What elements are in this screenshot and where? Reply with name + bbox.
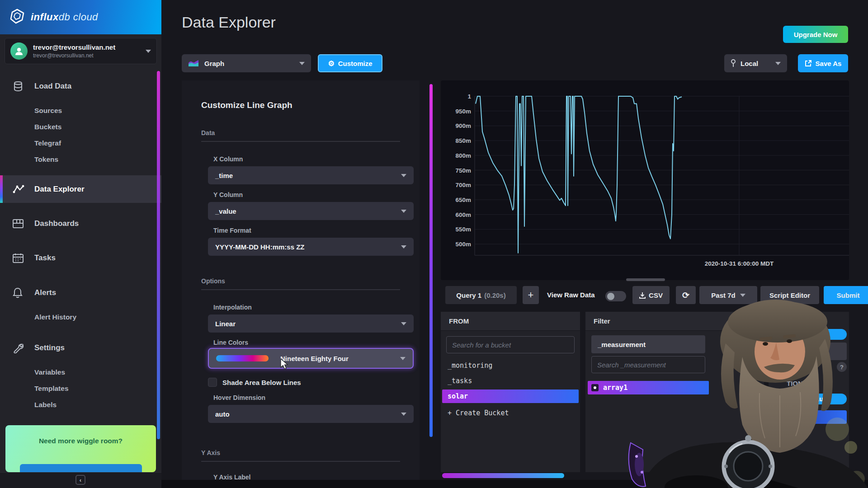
hover-dimension-dropdown[interactable]: auto [208, 405, 414, 423]
y-column-dropdown[interactable]: _value [208, 202, 414, 220]
sidebar-item-alert-history[interactable]: Alert History [0, 309, 161, 325]
svg-text:900m: 900m [455, 122, 471, 129]
help-icon[interactable]: ? [837, 362, 847, 372]
bell-icon [13, 287, 24, 298]
graph-visualization: 1950m900m850m800m750m700m650m600m550m500… [441, 80, 849, 280]
customize-line-graph-panel: Customize Line Graph Data X Column _time… [182, 80, 420, 488]
time-range-dropdown[interactable]: Past 7d [699, 286, 757, 304]
sidebar-item-label: Telegraf [34, 139, 61, 147]
svg-text:750m: 750m [455, 167, 471, 174]
time-format-dropdown[interactable]: YYYY-MM-DD HH:mm:ss ZZ [208, 238, 414, 256]
svg-text:650m: 650m [455, 197, 471, 203]
sidebar-item-settings[interactable]: Settings [0, 336, 161, 360]
grid-icon [13, 219, 24, 228]
add-query-button[interactable]: + [523, 286, 539, 304]
timezone-dropdown[interactable]: Local [724, 54, 787, 72]
view-raw-data-toggle[interactable] [605, 291, 626, 301]
chevron-down-icon [401, 210, 406, 213]
sidebar-item-dashboards[interactable]: Dashboards [0, 211, 161, 236]
avatar [10, 42, 28, 60]
influxdb-cube-icon [9, 8, 25, 26]
sidebar-item-label: Tasks [34, 253, 56, 263]
selected-measurement-row[interactable]: array1 [588, 381, 709, 394]
sidebar-item-templates[interactable]: Templates [0, 380, 161, 397]
account-dropdown[interactable]: trevor@trevorsullivan.net trevor@trevors… [5, 38, 157, 64]
sidebar-item-load-data[interactable]: Load Data [0, 74, 161, 99]
aggregate-auto-toggle[interactable]: Auto [797, 394, 847, 404]
y-axis-section-label: Y Axis [201, 449, 400, 462]
gear-icon: ⚙ [328, 59, 334, 68]
bucket-search-input[interactable] [446, 336, 575, 353]
interpolation-label: Interpolation [213, 304, 252, 311]
svg-text:950m: 950m [455, 108, 471, 115]
chevron-down-icon [401, 174, 406, 177]
data-section-label: Data [201, 129, 400, 142]
from-panel-scrollbar[interactable] [442, 473, 564, 478]
logo-banner[interactable]: influxdb cloud [0, 0, 161, 34]
sidebar-item-label: Sources [34, 107, 62, 115]
sidebar-item-label: Data Explorer [34, 185, 85, 194]
options-section-label: Options [201, 277, 400, 290]
account-name: trevor@trevorsullivan.net [33, 43, 146, 51]
pulse-icon [13, 184, 24, 194]
database-icon [13, 81, 24, 92]
submit-button[interactable]: Submit [824, 286, 868, 304]
sidebar-item-alerts[interactable]: Alerts [0, 281, 161, 305]
query-tab[interactable]: Query 1 (0.20s) [445, 286, 517, 304]
sidebar-scrollbar[interactable] [157, 71, 160, 439]
save-as-button[interactable]: Save As [798, 54, 848, 72]
sidebar-item-label: Variables [34, 368, 65, 376]
sidebar-item-buckets[interactable]: Buckets [0, 119, 161, 135]
create-bucket-button[interactable]: + Create Bucket [448, 409, 509, 417]
bucket-item-solar[interactable]: solar [442, 389, 579, 403]
aggregate-function-button[interactable] [811, 410, 847, 424]
window-auto-toggle[interactable]: Auto [797, 329, 847, 340]
svg-text:550m: 550m [455, 226, 471, 233]
upgrade-now-button[interactable]: Upgrade Now [783, 26, 848, 43]
visualization-type-dropdown[interactable]: Graph [182, 54, 311, 72]
shade-area-row: Shade Area Below Lines [208, 378, 301, 387]
interpolation-dropdown[interactable]: Linear [208, 314, 414, 333]
sidebar-nav: Load DataSourcesBucketsTelegrafTokensDat… [0, 74, 161, 413]
customize-button[interactable]: ⚙ Customize [318, 54, 382, 72]
chevron-down-icon [299, 62, 305, 65]
sidebar-item-label: Dashboards [34, 219, 79, 228]
customize-panel-scrollbar[interactable] [429, 84, 433, 437]
line-colors-label: Line Colors [213, 339, 248, 346]
chart-horizontal-scrollbar[interactable] [626, 278, 665, 281]
window-period-input[interactable] [798, 343, 847, 360]
sidebar-item-variables[interactable]: Variables [0, 364, 161, 380]
upgrade-promo-card[interactable]: Need more wiggle room? [5, 425, 156, 472]
influxdb-cloud-app: { "colors": { "accent_blue": "#18a0fb", … [0, 0, 868, 488]
sidebar-item-label: Buckets [34, 123, 61, 131]
from-panel-header: FROM [441, 312, 580, 331]
sidebar-item-telegraf[interactable]: Telegraf [0, 135, 161, 151]
promo-text: Need more wiggle room? [5, 437, 156, 445]
bucket-item-_tasks[interactable]: _tasks [442, 374, 579, 388]
account-email: trevor@trevorsullivan.net [33, 52, 146, 59]
x-column-dropdown[interactable]: _time [208, 166, 414, 184]
sidebar-item-label: Load Data [34, 82, 71, 91]
export-icon [805, 60, 812, 67]
script-editor-button[interactable]: Script Editor [760, 286, 819, 304]
collapse-sidebar-button[interactable]: ‹ [75, 475, 85, 485]
shade-area-checkbox[interactable] [208, 378, 217, 387]
sidebar-item-data-explorer[interactable]: Data Explorer [0, 175, 161, 203]
sidebar-item-sources[interactable]: Sources [0, 103, 161, 119]
wrench-icon [13, 343, 24, 353]
svg-text:1: 1 [467, 93, 471, 100]
csv-download-button[interactable]: CSV [632, 286, 670, 304]
line-colors-dropdown[interactable]: Nineteen Eighty Four [208, 348, 414, 369]
promo-upgrade-button[interactable] [20, 464, 142, 472]
filter-key-dropdown[interactable]: _measurement [591, 335, 705, 353]
bucket-item-_monitoring[interactable]: _monitoring [442, 359, 579, 372]
svg-text:700m: 700m [455, 182, 471, 188]
download-icon [639, 292, 646, 299]
refresh-icon[interactable]: ⟳ [676, 286, 696, 304]
sidebar-item-tasks[interactable]: Tasks [0, 246, 161, 270]
measurement-search-input[interactable] [591, 356, 705, 373]
filter-panel-header: Filter [585, 312, 764, 331]
sidebar-item-tokens[interactable]: Tokens [0, 151, 161, 168]
svg-text:500m: 500m [455, 241, 471, 248]
sidebar-item-labels[interactable]: Labels [0, 397, 161, 413]
